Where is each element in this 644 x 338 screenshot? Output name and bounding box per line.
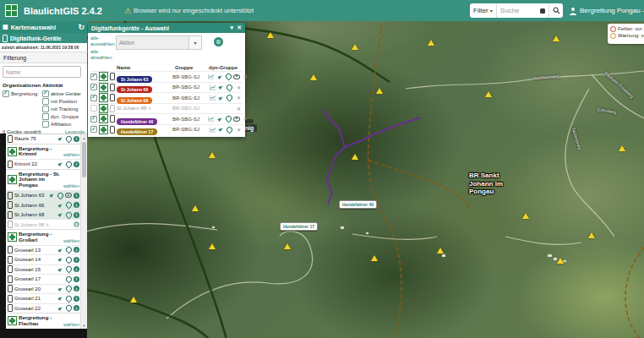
send-icon[interactable] (57, 247, 63, 254)
send-icon[interactable] (57, 161, 63, 167)
info-icon[interactable]: i (74, 305, 79, 311)
row-checkbox[interactable] (90, 105, 97, 112)
select-group-link[interactable]: wählen (63, 322, 79, 327)
pin-icon[interactable] (65, 247, 72, 254)
pin-icon[interactable] (225, 116, 232, 123)
eye-icon[interactable] (233, 74, 240, 80)
chart-icon[interactable] (208, 74, 215, 80)
pin-icon[interactable] (65, 135, 72, 142)
device-row[interactable]: Rauris 75 i (6, 134, 81, 144)
device-list-panel[interactable]: Rauris 75 i Bergrettung - Krimml wählen … (6, 134, 87, 329)
eye-icon[interactable] (233, 116, 240, 123)
select-group-link[interactable]: wählen (63, 183, 79, 188)
device-row[interactable]: Grossarl 15 i (6, 264, 81, 275)
warning-marker-icon[interactable] (619, 145, 625, 151)
pin-icon[interactable] (65, 286, 72, 292)
send-icon[interactable] (57, 202, 63, 209)
info-icon[interactable]: i (74, 276, 79, 282)
pin-icon[interactable] (65, 256, 72, 263)
checkbox-aktive-geraete[interactable] (42, 90, 49, 97)
info-icon[interactable]: i (74, 286, 79, 292)
activity-checkbox-row[interactable]: mit Position (42, 97, 85, 105)
device-row[interactable]: Grossarl 17 i (6, 274, 81, 284)
device-row[interactable]: Grossarl 13 i (6, 245, 81, 255)
device-row[interactable]: Krimml 22 i (6, 159, 81, 169)
warning-marker-icon[interactable] (267, 32, 274, 38)
close-icon[interactable]: ✕ (237, 127, 241, 133)
device-row[interactable]: St Johann 68 i (6, 210, 81, 220)
pin-icon[interactable] (65, 295, 72, 302)
chevron-down-icon[interactable]: ▾ (188, 36, 201, 49)
row-checkbox[interactable] (90, 84, 97, 90)
send-icon[interactable] (216, 116, 223, 123)
close-icon[interactable]: ✕ (237, 95, 241, 101)
search-button[interactable] (548, 3, 563, 18)
row-checkbox[interactable] (90, 116, 97, 123)
checkbox-mit-tracking[interactable] (42, 106, 49, 112)
send-icon[interactable] (218, 95, 225, 101)
row-checkbox[interactable] (90, 74, 97, 80)
user-menu[interactable]: Bergrettung Pongau - Be (569, 0, 644, 21)
gear-button[interactable]: ⚙ (214, 37, 223, 46)
activity-checkbox-row[interactable]: dyn. Gruppe (42, 112, 85, 120)
info-icon[interactable]: i (74, 296, 79, 302)
warning-marker-icon[interactable] (376, 88, 383, 94)
deselect-all-link[interactable]: alle abwählen (90, 49, 114, 60)
warning-marker-icon[interactable] (437, 248, 444, 254)
device-panel-titlebar[interactable]: Digitalfunkgeräte - Auswahl ▾ ✕ (88, 23, 245, 33)
warning-marker-icon[interactable] (371, 255, 378, 261)
device-row[interactable]: Grossarl 21 i (6, 293, 81, 303)
pin-icon[interactable] (225, 74, 232, 80)
send-icon[interactable] (218, 126, 225, 133)
select-group-link[interactable]: wählen (63, 238, 79, 243)
chart-icon[interactable] (210, 126, 216, 133)
device-row-disabled[interactable]: St Johann 88 ✎ i (6, 219, 81, 229)
pin-icon[interactable] (65, 161, 72, 167)
close-icon[interactable]: ✕ (237, 84, 241, 90)
pencil-icon[interactable]: ✎ (148, 106, 151, 111)
square-toggle-icon[interactable] (540, 8, 545, 14)
device-callout[interactable]: Hundeführer 40 (339, 200, 377, 209)
warning-marker-icon[interactable] (310, 74, 317, 80)
scroll-down-icon[interactable]: ▼ (81, 322, 87, 329)
eye-icon[interactable] (65, 192, 72, 199)
scrollbar-thumb[interactable] (82, 142, 86, 177)
send-icon[interactable] (57, 286, 63, 292)
warning-marker-icon[interactable] (130, 297, 137, 303)
activity-checkbox-row[interactable]: mit Tracking (42, 105, 85, 112)
send-icon[interactable] (57, 266, 63, 273)
refresh-icon[interactable]: ↻ (78, 23, 85, 31)
chart-icon[interactable] (210, 95, 216, 101)
info-icon[interactable]: i (74, 202, 79, 208)
sidebar-titlebar[interactable]: ▦ Kartenauswahl ↻ (0, 21, 87, 33)
action-select[interactable]: Aktion ▾ (116, 35, 202, 50)
warning-marker-icon[interactable] (352, 154, 358, 160)
warning-marker-icon[interactable] (209, 152, 216, 158)
close-icon[interactable]: ✕ (243, 116, 248, 122)
device-callout[interactable]: Hundeführer 17 (280, 222, 318, 231)
send-icon[interactable] (57, 295, 63, 302)
close-icon[interactable]: ✕ (237, 106, 241, 112)
activity-checkbox-row[interactable]: Affiliation (42, 120, 85, 128)
info-icon[interactable]: i (74, 266, 79, 272)
send-icon[interactable] (57, 305, 63, 312)
info-icon[interactable]: i (74, 247, 79, 253)
collapse-panel-icon[interactable]: ▾ (231, 25, 234, 31)
device-table-row[interactable]: Hundeführer 17 BR-SBG-SJ ✕ (90, 124, 243, 135)
warning-marker-icon[interactable] (588, 232, 595, 238)
info-icon[interactable]: i (74, 136, 79, 142)
filter-section-header[interactable]: Filterung (0, 52, 87, 63)
send-icon[interactable] (216, 74, 223, 80)
device-row[interactable]: St Johann 66 i (6, 199, 81, 210)
send-icon[interactable] (57, 135, 63, 142)
pin-icon[interactable] (65, 275, 72, 282)
device-table-row[interactable]: St Johann 68 BR-SBG-SJ ✕ (90, 92, 243, 103)
send-icon[interactable] (57, 211, 63, 218)
chart-icon[interactable] (208, 116, 215, 123)
info-icon[interactable]: i (74, 212, 79, 218)
send-icon[interactable] (218, 84, 225, 90)
pin-icon[interactable] (226, 84, 233, 90)
pin-icon[interactable] (65, 211, 72, 218)
device-row[interactable]: Grossarl 20 i (6, 284, 81, 294)
device-row[interactable]: Grossarl 14 i (6, 254, 81, 264)
